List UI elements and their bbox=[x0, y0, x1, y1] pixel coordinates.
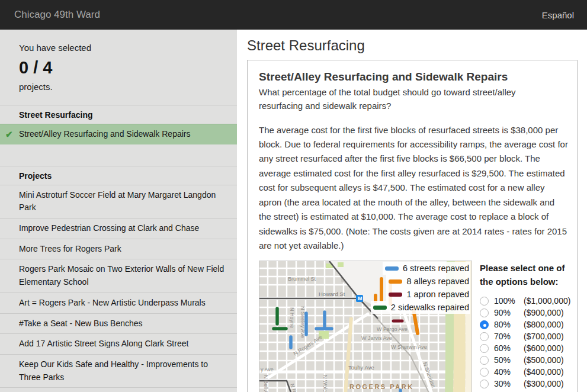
options-list: 100% ($1,000,000) 90% ($900,000) 80% ($8… bbox=[480, 295, 570, 390]
option-amount: ($900,000) bbox=[524, 308, 564, 317]
card-question: What percentage of the total budget shou… bbox=[259, 85, 558, 113]
option-amount: ($600,000) bbox=[524, 343, 564, 353]
radio-button[interactable] bbox=[480, 332, 489, 341]
option-percent: 70% bbox=[494, 332, 518, 341]
radio-button[interactable] bbox=[480, 309, 489, 317]
selection-count: 0 / 4 bbox=[19, 58, 223, 78]
legend-row: 1 apron repaved bbox=[386, 288, 470, 301]
option-amount: ($400,000) bbox=[524, 367, 564, 377]
option-percent: 100% bbox=[494, 296, 518, 306]
legend-row: 6 streets repaved bbox=[383, 262, 470, 275]
map-street-label: W Jarvis Ave bbox=[361, 335, 392, 341]
selection-summary-intro: You have selected bbox=[19, 43, 223, 53]
sidebar-item-project[interactable]: Keep Our Kids Safe and Healthy - Improve… bbox=[0, 354, 237, 387]
option-row-40[interactable]: 40% ($400,000) bbox=[480, 366, 570, 378]
option-amount: ($800,000) bbox=[524, 320, 564, 329]
option-percent: 90% bbox=[494, 308, 518, 317]
legend-label: 6 streets repaved bbox=[403, 264, 469, 273]
sidebar-item-label: Art = Rogers Park - New Artistic Underpa… bbox=[19, 298, 206, 307]
option-row-80[interactable]: 80% ($800,000) bbox=[480, 319, 570, 330]
sidebar-spacer bbox=[0, 144, 237, 153]
sidebar-item-label: Mini Astroturf Soccer Field at Mary Marg… bbox=[19, 190, 216, 213]
radio-button[interactable] bbox=[480, 368, 489, 377]
option-row-50[interactable]: 50% ($500,000) bbox=[480, 354, 570, 366]
checkmark-icon: ✔ bbox=[5, 127, 13, 141]
main-content: Street Resurfacing Street/Alley Resurfac… bbox=[237, 30, 587, 392]
map-street-label: W Sherwin Ave bbox=[391, 344, 427, 350]
map-street-label: N Bell Ave bbox=[263, 375, 269, 392]
radio-button[interactable] bbox=[480, 320, 489, 329]
sidebar-item-label: #Take a Seat - New Bus Benches bbox=[19, 319, 143, 328]
map-street-label: Touhy Ave bbox=[348, 364, 374, 371]
legend-label: 2 sidewalks repaired bbox=[391, 303, 469, 312]
option-amount: ($700,000) bbox=[524, 332, 564, 341]
selection-summary: You have selected 0 / 4 projects. bbox=[0, 30, 237, 92]
legend-label: 1 apron repaved bbox=[406, 290, 469, 299]
card-content-row: Brummel St Howard St N Hoyne N Seeley Av… bbox=[259, 261, 566, 392]
sidebar-item-project[interactable]: Add 17 Artistic Street Signs Along Clark… bbox=[0, 333, 237, 354]
metro-station-icon: M bbox=[356, 295, 363, 302]
option-percent: 60% bbox=[494, 343, 518, 353]
option-percent: 50% bbox=[494, 355, 518, 365]
radio-button[interactable] bbox=[480, 380, 489, 388]
radio-button[interactable] bbox=[480, 356, 489, 365]
map-street-label: N Wolcott Ave bbox=[322, 375, 328, 392]
sidebar-section-projects: Projects bbox=[0, 166, 237, 185]
card-description: The average cost for the first five bloc… bbox=[259, 123, 568, 253]
legend-row: 2 sidewalks repaired bbox=[371, 301, 470, 314]
options-prompt: Please select one of the options below: bbox=[480, 262, 570, 288]
map-street-label: Howard St bbox=[319, 291, 345, 297]
svg-text:M: M bbox=[358, 295, 363, 301]
top-navigation-bar: Chicago 49th Ward Español bbox=[0, 0, 587, 30]
option-percent: 30% bbox=[494, 379, 518, 388]
map-area-label: ROGERS PARK bbox=[349, 383, 414, 390]
sidebar-item-label: Street/Alley Resurfacing and Sidewalk Re… bbox=[19, 129, 190, 139]
sidebar-item-label: Keep Our Kids Safe and Healthy - Improve… bbox=[19, 359, 208, 382]
map-street-label: y Ave bbox=[261, 367, 274, 372]
sidebar-item-project[interactable]: Mini Astroturf Soccer Field at Mary Marg… bbox=[0, 185, 237, 218]
map-street-label: Brummel St bbox=[288, 276, 316, 282]
question-card: Street/Alley Resurfacing and Sidewalk Re… bbox=[247, 60, 578, 392]
app-title: Chicago 49th Ward bbox=[14, 9, 100, 21]
language-toggle-link[interactable]: Español bbox=[542, 10, 574, 20]
legend-label: 8 alleys repaved bbox=[406, 277, 469, 286]
sidebar: You have selected 0 / 4 projects. Street… bbox=[0, 30, 237, 392]
option-amount: ($500,000) bbox=[524, 355, 564, 365]
map-street-label: W Fargo Ave bbox=[377, 326, 408, 332]
project-map-image: Brummel St Howard St N Hoyne N Seeley Av… bbox=[259, 261, 472, 392]
legend-swatch-streets bbox=[385, 266, 399, 271]
legend-swatch-alleys bbox=[389, 279, 402, 284]
option-row-30[interactable]: 30% ($300,000) bbox=[480, 378, 570, 390]
selection-summary-suffix: projects. bbox=[19, 82, 223, 92]
sidebar-item-label: Add 17 Artistic Street Signs Along Clark… bbox=[19, 339, 188, 348]
sidebar-section-street-resurfacing: Street Resurfacing bbox=[0, 105, 237, 124]
sidebar-item-project[interactable]: Improve Pedestrian Crossing at Clark and… bbox=[0, 218, 237, 239]
map-legend: 6 streets repaved 8 alleys repaved 1 apr… bbox=[371, 262, 470, 314]
option-row-100[interactable]: 100% ($1,000,000) bbox=[480, 295, 570, 307]
sidebar-item-project[interactable]: Kayak Storage Facility at Leone Beach Pa… bbox=[0, 387, 237, 392]
sidebar-item-project[interactable]: More Trees for Rogers Park bbox=[0, 239, 237, 259]
page-title: Street Resurfacing bbox=[247, 37, 578, 54]
sidebar-item-project[interactable]: Art = Rogers Park - New Artistic Underpa… bbox=[0, 293, 237, 313]
radio-button[interactable] bbox=[480, 297, 489, 306]
legend-swatch-sidewalks bbox=[373, 306, 387, 310]
option-amount: ($300,000) bbox=[524, 379, 564, 388]
sidebar-item-label: Improve Pedestrian Crossing at Clark and… bbox=[19, 223, 199, 233]
sidebar-item-label: Rogers Park Mosaic on Two Exterior Walls… bbox=[19, 264, 224, 287]
option-percent: 40% bbox=[494, 367, 518, 377]
option-row-60[interactable]: 60% ($600,000) bbox=[480, 342, 570, 354]
option-row-70[interactable]: 70% ($700,000) bbox=[480, 330, 570, 342]
sidebar-item-project[interactable]: Rogers Park Mosaic on Two Exterior Walls… bbox=[0, 259, 237, 292]
map-street-label: N Hoyne bbox=[289, 307, 295, 328]
budget-options-panel: Please select one of the options below: … bbox=[480, 261, 570, 392]
sidebar-item-street-alley-resurfacing[interactable]: ✔ Street/Alley Resurfacing and Sidewalk … bbox=[0, 124, 237, 144]
legend-swatch-apron bbox=[389, 293, 402, 297]
radio-button[interactable] bbox=[480, 344, 489, 353]
sidebar-item-label: More Trees for Rogers Park bbox=[19, 244, 121, 253]
option-row-90[interactable]: 90% ($900,000) bbox=[480, 307, 570, 319]
card-heading: Street/Alley Resurfacing and Sidewalk Re… bbox=[259, 70, 566, 83]
option-amount: ($1,000,000) bbox=[524, 296, 570, 306]
legend-row: 8 alleys repaved bbox=[386, 275, 470, 288]
option-percent: 80% bbox=[494, 320, 518, 329]
sidebar-item-project[interactable]: #Take a Seat - New Bus Benches bbox=[0, 313, 237, 334]
